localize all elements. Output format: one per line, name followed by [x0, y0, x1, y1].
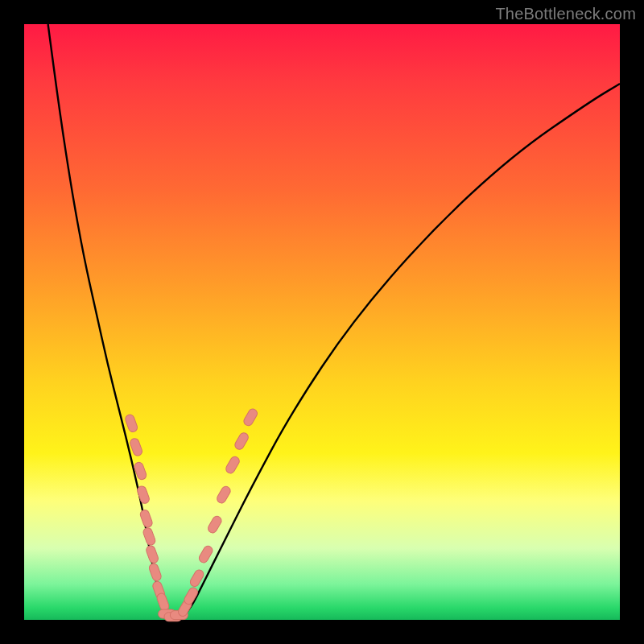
watermark-text: TheBottleneck.com	[495, 5, 636, 23]
data-marker	[242, 407, 259, 427]
data-marker	[148, 563, 163, 582]
data-marker	[139, 509, 154, 528]
data-marker	[207, 514, 224, 535]
data-marker	[197, 544, 214, 564]
curve-layer	[24, 24, 620, 620]
data-marker	[233, 431, 250, 452]
data-marker	[216, 485, 233, 505]
data-marker	[136, 485, 151, 504]
data-marker	[225, 455, 242, 475]
data-marker	[145, 544, 159, 564]
data-marker	[155, 592, 170, 612]
data-marker	[142, 526, 156, 546]
data-marker	[124, 414, 138, 433]
bottleneck-curve	[48, 24, 620, 620]
data-marker	[129, 437, 143, 456]
chart-frame: TheBottleneck.com	[0, 0, 644, 644]
plot-area	[24, 24, 620, 620]
